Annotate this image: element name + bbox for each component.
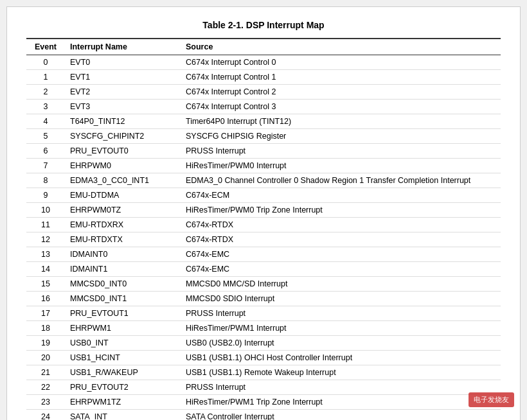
cell-event: 14	[26, 262, 65, 277]
cell-event: 17	[26, 306, 65, 321]
cell-event: 4	[26, 114, 65, 129]
cell-event: 24	[26, 410, 65, 421]
col-interrupt-name: Interrupt Name	[65, 39, 181, 55]
table-row: 23EHRPWM1TZHiResTimer/PWM1 Trip Zone Int…	[26, 395, 501, 410]
cell-source: SYSCFG CHIPSIG Register	[181, 129, 501, 144]
cell-source: PRUSS Interrupt	[181, 380, 501, 395]
cell-event: 2	[26, 85, 65, 100]
cell-interrupt-name: SATA_INT	[65, 410, 181, 421]
cell-event: 10	[26, 203, 65, 218]
cell-source: C674x Interrupt Control 1	[181, 70, 501, 85]
table-row: 13IDMAINT0C674x-EMC	[26, 247, 501, 262]
cell-source: HiResTimer/PWM0 Interrupt	[181, 159, 501, 173]
cell-source: C674x Interrupt Control 0	[181, 55, 501, 70]
cell-interrupt-name: EHRPWM0	[65, 159, 181, 173]
cell-interrupt-name: EMU-DTDMA	[65, 188, 181, 203]
table-row: 3EVT3C674x Interrupt Control 3	[26, 100, 501, 114]
cell-event: 18	[26, 321, 65, 336]
table-row: 9EMU-DTDMAC674x-ECM	[26, 188, 501, 203]
table-row: 24SATA_INTSATA Controller Interrupt	[26, 410, 501, 421]
col-event: Event	[26, 39, 65, 55]
cell-source: HiResTimer/PWM1 Interrupt	[181, 321, 501, 336]
table-row: 6PRU_EVTOUT0PRUSS Interrupt	[26, 144, 501, 159]
cell-event: 11	[26, 218, 65, 232]
cell-event: 9	[26, 188, 65, 203]
cell-interrupt-name: T64P0_TINT12	[65, 114, 181, 129]
cell-interrupt-name: EHRPWM1	[65, 321, 181, 336]
cell-event: 5	[26, 129, 65, 144]
table-row: 7EHRPWM0HiResTimer/PWM0 Interrupt	[26, 159, 501, 173]
cell-source: C674x-ECM	[181, 188, 501, 203]
cell-event: 23	[26, 395, 65, 410]
cell-interrupt-name: EMU-RTDXRX	[65, 218, 181, 232]
cell-source: USB1 (USB1.1) OHCI Host Controller Inter…	[181, 351, 501, 365]
cell-event: 7	[26, 159, 65, 173]
cell-source: PRUSS Interrupt	[181, 144, 501, 159]
cell-source: C674x-RTDX	[181, 218, 501, 232]
cell-event: 19	[26, 336, 65, 351]
cell-event: 12	[26, 232, 65, 247]
cell-interrupt-name: SYSCFG_CHIPINT2	[65, 129, 181, 144]
cell-interrupt-name: PRU_EVTOUT0	[65, 144, 181, 159]
cell-interrupt-name: EVT2	[65, 85, 181, 100]
cell-source: C674x-RTDX	[181, 232, 501, 247]
cell-interrupt-name: EHRPWM1TZ	[65, 395, 181, 410]
table-header-row: Event Interrupt Name Source	[26, 39, 501, 55]
table-row: 18EHRPWM1HiResTimer/PWM1 Interrupt	[26, 321, 501, 336]
cell-interrupt-name: PRU_EVTOUT1	[65, 306, 181, 321]
page-container: Table 2-1. DSP Interrupt Map Event Inter…	[6, 6, 521, 420]
table-row: 8EDMA3_0_CC0_INT1EDMA3_0 Channel Control…	[26, 173, 501, 188]
cell-source: USB1 (USB1.1) Remote Wakeup Interrupt	[181, 365, 501, 380]
cell-interrupt-name: MMCSD0_INT1	[65, 292, 181, 306]
table-row: 2EVT2C674x Interrupt Control 2	[26, 85, 501, 100]
cell-source: SATA Controller Interrupt	[181, 410, 501, 421]
cell-source: PRUSS Interrupt	[181, 306, 501, 321]
cell-interrupt-name: EHRPWM0TZ	[65, 203, 181, 218]
cell-interrupt-name: EVT0	[65, 55, 181, 70]
cell-source: C674x-EMC	[181, 262, 501, 277]
cell-source: C674x-EMC	[181, 247, 501, 262]
cell-interrupt-name: IDMAINT1	[65, 262, 181, 277]
cell-source: Timer64P0 Interrupt (TINT12)	[181, 114, 501, 129]
cell-source: EDMA3_0 Channel Controller 0 Shadow Regi…	[181, 173, 501, 188]
cell-event: 16	[26, 292, 65, 306]
cell-event: 1	[26, 70, 65, 85]
cell-event: 0	[26, 55, 65, 70]
cell-interrupt-name: IDMAINT0	[65, 247, 181, 262]
interrupt-table: Event Interrupt Name Source 0EVT0C674x I…	[26, 38, 501, 420]
cell-source: C674x Interrupt Control 2	[181, 85, 501, 100]
watermark-badge: 电子发烧友	[469, 392, 514, 407]
table-row: 5SYSCFG_CHIPINT2SYSCFG CHIPSIG Register	[26, 129, 501, 144]
table-row: 17PRU_EVTOUT1PRUSS Interrupt	[26, 306, 501, 321]
cell-interrupt-name: EVT3	[65, 100, 181, 114]
cell-event: 22	[26, 380, 65, 395]
table-row: 12EMU-RTDXTXC674x-RTDX	[26, 232, 501, 247]
cell-interrupt-name: EDMA3_0_CC0_INT1	[65, 173, 181, 188]
cell-interrupt-name: EMU-RTDXTX	[65, 232, 181, 247]
col-source: Source	[181, 39, 501, 55]
table-row: 22PRU_EVTOUT2PRUSS Interrupt	[26, 380, 501, 395]
table-row: 0EVT0C674x Interrupt Control 0	[26, 55, 501, 70]
cell-source: MMCSD0 SDIO Interrupt	[181, 292, 501, 306]
table-row: 1EVT1C674x Interrupt Control 1	[26, 70, 501, 85]
cell-interrupt-name: EVT1	[65, 70, 181, 85]
cell-interrupt-name: USB0_INT	[65, 336, 181, 351]
cell-source: USB0 (USB2.0) Interrupt	[181, 336, 501, 351]
cell-interrupt-name: USB1_HCINT	[65, 351, 181, 365]
table-row: 20USB1_HCINTUSB1 (USB1.1) OHCI Host Cont…	[26, 351, 501, 365]
cell-event: 20	[26, 351, 65, 365]
table-row: 11EMU-RTDXRXC674x-RTDX	[26, 218, 501, 232]
cell-event: 8	[26, 173, 65, 188]
table-row: 10EHRPWM0TZHiResTimer/PWM0 Trip Zone Int…	[26, 203, 501, 218]
cell-interrupt-name: MMCSD0_INT0	[65, 277, 181, 292]
table-row: 15MMCSD0_INT0MMCSD0 MMC/SD Interrupt	[26, 277, 501, 292]
table-row: 21USB1_R/WAKEUPUSB1 (USB1.1) Remote Wake…	[26, 365, 501, 380]
cell-event: 15	[26, 277, 65, 292]
table-row: 16MMCSD0_INT1MMCSD0 SDIO Interrupt	[26, 292, 501, 306]
table-row: 14IDMAINT1C674x-EMC	[26, 262, 501, 277]
cell-event: 13	[26, 247, 65, 262]
cell-source: MMCSD0 MMC/SD Interrupt	[181, 277, 501, 292]
cell-interrupt-name: USB1_R/WAKEUP	[65, 365, 181, 380]
cell-event: 6	[26, 144, 65, 159]
cell-source: HiResTimer/PWM1 Trip Zone Interrupt	[181, 395, 501, 410]
